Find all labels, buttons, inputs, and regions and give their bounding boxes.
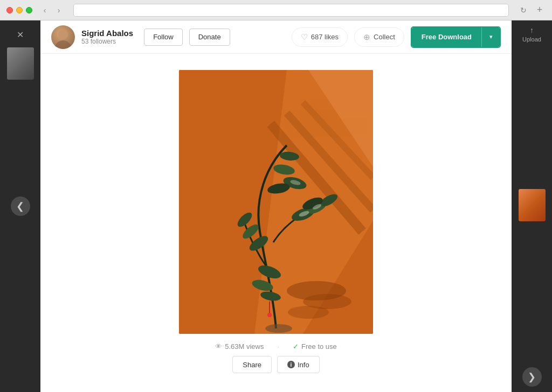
followers-count: 53 followers <box>81 38 133 45</box>
check-circle-icon: ✓ <box>293 342 299 351</box>
username: Sigrid Abalos <box>81 29 133 38</box>
sidebar-right-thumbnail <box>519 189 546 221</box>
svg-point-30 <box>265 324 292 333</box>
views-info: 👁 5.63M views <box>215 342 264 351</box>
sidebar-left-thumb-image <box>7 47 34 80</box>
views-count: 5.63M views <box>225 342 264 351</box>
sidebar-left-thumbnail <box>7 47 34 80</box>
new-tab-button[interactable]: + <box>534 4 546 16</box>
avatar[interactable] <box>51 25 75 49</box>
follow-button[interactable]: Follow <box>144 29 183 46</box>
svg-point-0 <box>54 40 72 49</box>
download-group: Free Download ▾ <box>411 26 501 48</box>
image-footer: 👁 5.63M views · ✓ Free to use Share i In… <box>51 334 501 379</box>
back-button[interactable]: ‹ <box>39 4 51 16</box>
collect-button[interactable]: ⊕ Collect <box>354 27 404 47</box>
upload-icon: ↑ <box>530 26 534 34</box>
modal-close-button[interactable]: ✕ <box>12 26 29 43</box>
upload-text: Upload <box>522 36 541 43</box>
svg-point-10 <box>288 306 329 319</box>
free-to-use-label: Free to use <box>301 342 337 351</box>
download-dropdown-button[interactable]: ▾ <box>481 27 500 47</box>
close-traffic-light[interactable] <box>6 7 13 13</box>
minimize-traffic-light[interactable] <box>16 7 23 13</box>
nav-buttons: ‹ › <box>39 4 65 16</box>
free-use: ✓ Free to use <box>293 342 337 351</box>
likes-count: 687 likes <box>311 33 339 41</box>
sidebar-left-top: ✕ <box>0 20 40 80</box>
avatar-image <box>51 25 75 49</box>
sidebar-right: ↑ Upload ❯ <box>512 20 552 392</box>
image-area: 👁 5.63M views · ✓ Free to use Share i In… <box>40 54 512 392</box>
plant-svg <box>179 70 373 334</box>
action-buttons: Share i Info <box>232 356 319 373</box>
info-button[interactable]: i Info <box>277 356 320 373</box>
info-label: Info <box>298 361 309 369</box>
title-bar: ‹ › ↻ + <box>0 0 552 20</box>
likes-button[interactable]: ♡ 687 likes <box>292 27 348 47</box>
header-bar: Sigrid Abalos 53 followers Follow Donate… <box>40 20 512 54</box>
main-image-container <box>179 70 373 334</box>
main-area: ✕ ❮ Sigrid Abalos 53 followers <box>0 20 552 392</box>
sidebar-right-thumb-image <box>519 189 546 221</box>
separator: · <box>277 342 279 351</box>
sidebar-left: ✕ ❮ <box>0 20 40 392</box>
svg-point-1 <box>58 30 68 39</box>
traffic-lights <box>6 7 32 13</box>
upload-label-sidebar[interactable]: ↑ Upload <box>522 26 541 43</box>
eye-icon: 👁 <box>215 342 222 351</box>
free-download-button[interactable]: Free Download <box>412 27 481 47</box>
refresh-button[interactable]: ↻ <box>518 4 529 16</box>
info-icon: i <box>287 361 295 368</box>
forward-button[interactable]: › <box>53 4 65 16</box>
content-area: Sigrid Abalos 53 followers Follow Donate… <box>40 20 512 392</box>
address-bar[interactable] <box>73 4 509 17</box>
heart-icon: ♡ <box>301 32 308 42</box>
maximize-traffic-light[interactable] <box>26 7 32 13</box>
collect-label: Collect <box>374 33 395 41</box>
donate-button[interactable]: Donate <box>189 29 230 46</box>
image-meta: 👁 5.63M views · ✓ Free to use <box>215 342 337 351</box>
share-button[interactable]: Share <box>232 356 272 373</box>
svg-point-29 <box>267 313 272 317</box>
previous-image-button[interactable]: ❮ <box>11 197 30 216</box>
user-info: Sigrid Abalos 53 followers <box>81 29 133 45</box>
plus-circle-icon: ⊕ <box>363 32 370 42</box>
next-image-button[interactable]: ❯ <box>522 367 542 387</box>
plant-photo <box>179 70 373 334</box>
